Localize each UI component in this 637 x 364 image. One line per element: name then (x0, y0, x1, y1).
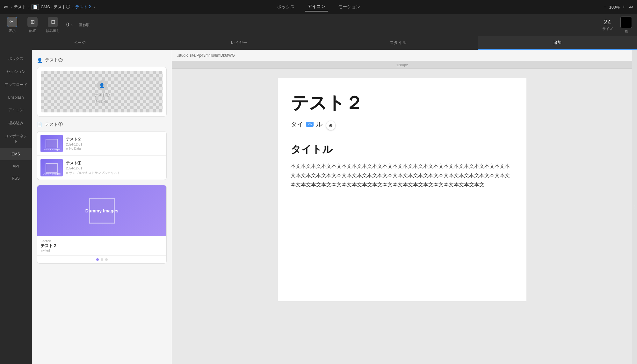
size-value: 24 (604, 18, 611, 26)
tab-motion[interactable]: モーション (336, 3, 363, 11)
large-thumb-text: Dummy Images (85, 208, 118, 213)
tab-group: ボックス アイコン モーション (274, 3, 363, 11)
thumb-inner-1 (46, 139, 58, 148)
show-icon: 👁 (7, 17, 17, 27)
overlap-label: 重ね順 (79, 23, 90, 27)
section1-header: 📄 テスト① (37, 122, 167, 127)
status-dot-1 (66, 148, 68, 150)
zoom-out-button[interactable]: − (604, 4, 606, 10)
sidebar-item-api[interactable]: API (0, 160, 32, 172)
tab-style[interactable]: スタイル (319, 36, 478, 50)
show-tool[interactable]: 👁 表示 (5, 17, 19, 33)
sidebar-item-embed[interactable]: 埋め込み (0, 117, 32, 130)
place-tool[interactable]: ⊞ 配置 (25, 17, 40, 33)
breadcrumb-test[interactable]: テスト (14, 4, 26, 10)
item-info-1: テスト２ 2024-12-31 No Data (66, 137, 163, 150)
left-sidebar: ボックス セクション アップロード Unsplash アイコン 埋め込み コンポ… (0, 50, 32, 364)
dot-3 (105, 258, 108, 261)
canvas-body-text: 本文本文本文本文本文本文本文本文本文本文本文本文本文本文本文本文本文本文本文本文… (278, 162, 526, 189)
place-icon: ⊞ (27, 17, 38, 27)
item-title-1: テスト２ (66, 137, 163, 142)
breadcrumb-sep-1: › (11, 5, 12, 10)
dotbar (37, 255, 166, 263)
tab-page[interactable]: ページ (0, 36, 159, 50)
canvas-page: テスト２ タイ <> ル ⊕ タイトル 本文本文本文本文本文本文本文本文本文本文… (278, 78, 526, 301)
sidebar-item-box[interactable]: ボックス (0, 52, 32, 65)
top-bar: ✏ › テスト › 📄 CMS - テスト① › テスト２ ▾ ボックス アイコ… (0, 0, 637, 14)
cms-badge[interactable]: <> (306, 122, 314, 127)
item-date-1: 2024-12-31 (66, 143, 163, 146)
zoom-controls: − 100% + (604, 4, 625, 10)
large-thumb: Dummy Images (37, 185, 166, 236)
section2-title: テスト② (45, 57, 63, 63)
doc-icon: 📄 (37, 122, 42, 127)
canvas-page-title: テスト２ (278, 78, 526, 118)
placeholder-subtext: No Data (96, 100, 108, 103)
breadcrumb-dropdown-icon[interactable]: ▾ (94, 5, 95, 9)
item-title-2: テスト① (66, 161, 163, 166)
tab-box[interactable]: ボックス (274, 3, 297, 11)
size-color-area: 24 サイズ 色 (602, 17, 632, 33)
item-status-1: No Data (66, 147, 163, 150)
large-thumb-section: Section (40, 239, 163, 243)
breadcrumb-current[interactable]: テスト２ (75, 4, 92, 10)
breadcrumb-cms[interactable]: CMS - テスト① (41, 4, 70, 10)
tab-add[interactable]: 追加 (478, 36, 637, 50)
second-toolbar: 👁 表示 ⊞ 配置 ⊟ はみ出し 0 › 重ね順 24 サイズ 色 (0, 14, 637, 36)
dot-2 (101, 258, 103, 261)
section1-title: テスト① (45, 122, 63, 127)
sidebar-item-component[interactable]: コンポーネント (0, 130, 32, 148)
size-label: サイズ (602, 26, 613, 31)
canvas-area: .studio.site/Pp43m4rs/8mDk6fWG 1280px ‹ … (172, 50, 632, 364)
overflow-tool[interactable]: ⊟ はみ出し (46, 17, 60, 33)
canvas-subtitle-row: タイ <> ル ⊕ (278, 118, 526, 139)
overflow-icon: ⊟ (48, 17, 58, 27)
sidebar-item-unsplash[interactable]: Unsplash (0, 91, 32, 103)
breadcrumb-sep-3: › (72, 5, 73, 10)
size-control: 24 サイズ (602, 18, 613, 31)
thumb-label-1: Dummy Images (40, 148, 63, 151)
test1-list-card[interactable]: Dummy Images テスト２ 2024-12-31 No Data Dum… (37, 131, 167, 180)
item-status-2: サンプルテキストサンプルテキスト (66, 171, 163, 175)
status-dot-2 (66, 172, 68, 174)
edit-icon[interactable]: ✏ (4, 4, 9, 11)
sidebar-item-upload[interactable]: アップロード (0, 78, 32, 91)
color-label: 色 (625, 29, 628, 33)
ruler-label: 1280px (396, 63, 408, 67)
cms-move-handle[interactable]: ⊕ (326, 121, 335, 130)
canvas-ruler: 1280px (172, 61, 632, 69)
content-panel: 👤 テスト② 👤 テスト① No Data 📄 テスト① Dummy Image… (32, 50, 172, 364)
thumb-inner-2 (46, 163, 58, 173)
thumb-2: Dummy Images (40, 159, 63, 176)
overlap-value: 0 (66, 22, 69, 28)
color-swatch[interactable] (620, 17, 632, 28)
canvas-section-title: タイトル (278, 139, 526, 162)
list-item-2[interactable]: Dummy Images テスト① 2024-12-31 サンプルテキストサンプ… (37, 156, 166, 180)
test2-card[interactable]: 👤 テスト① No Data (37, 67, 167, 117)
large-thumb-card[interactable]: Dummy Images Section テスト２ Invited (37, 185, 167, 264)
main-layout: ボックス セクション アップロード Unsplash アイコン 埋め込み コンポ… (0, 50, 637, 364)
section2-header: 👤 テスト② (37, 57, 167, 63)
overlap-arrow-icon[interactable]: › (71, 22, 73, 28)
sidebar-item-icon[interactable]: アイコン (0, 103, 32, 117)
item-info-2: テスト① 2024-12-31 サンプルテキストサンプルテキスト (66, 161, 163, 175)
zoom-area: − 100% + ↩ (604, 4, 633, 10)
large-thumb-title: テスト２ (40, 243, 163, 249)
person-icon: 👤 (37, 58, 42, 63)
placeholder-text: テスト① (94, 92, 110, 98)
thumb-1: Dummy Images (40, 135, 63, 152)
show-label: 表示 (9, 28, 16, 33)
list-item-1[interactable]: Dummy Images テスト２ 2024-12-31 No Data (37, 132, 166, 156)
overlap-control: 0 › (66, 22, 73, 28)
test2-placeholder: 👤 テスト① No Data (41, 71, 163, 112)
zoom-in-button[interactable]: + (622, 4, 625, 10)
sidebar-item-cms[interactable]: CMS (0, 148, 32, 160)
large-thumb-subtitle: Invited (40, 249, 163, 252)
right-edge-handle[interactable]: ⋮ (632, 50, 637, 364)
tab-icon[interactable]: アイコン (305, 3, 328, 11)
sidebar-item-section[interactable]: セクション (0, 65, 32, 78)
tab-layer[interactable]: レイヤー (159, 36, 319, 50)
undo-button[interactable]: ↩ (629, 4, 633, 10)
url-text: .studio.site/Pp43m4rs/8mDk6fWG (177, 53, 235, 58)
sidebar-item-rss[interactable]: RSS (0, 172, 32, 184)
